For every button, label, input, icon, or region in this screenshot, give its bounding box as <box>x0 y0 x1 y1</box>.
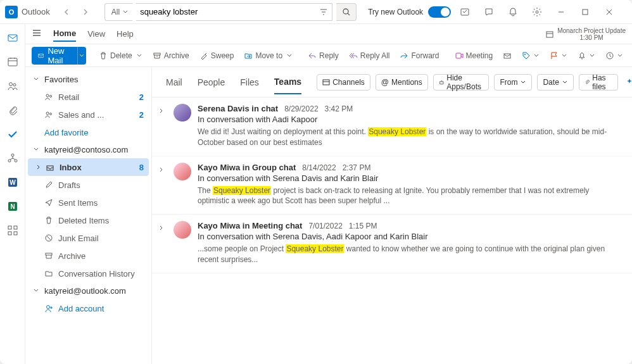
scope-people[interactable]: People <box>198 71 225 94</box>
svg-rect-21 <box>154 53 160 55</box>
folder-junk[interactable]: Junk Email <box>28 229 149 247</box>
svg-text:W: W <box>9 179 16 186</box>
filter-has-files[interactable]: Has files <box>579 74 619 91</box>
search-button[interactable] <box>336 3 357 21</box>
minimize-icon[interactable] <box>551 2 571 22</box>
rail-apps-icon[interactable] <box>4 222 22 239</box>
bell-icon[interactable] <box>503 2 523 22</box>
app-name: Outlook <box>22 7 50 16</box>
rail-calendar-icon[interactable] <box>4 53 22 71</box>
folder-conversation-history[interactable]: Conversation History <box>28 265 149 282</box>
new-mail-button[interactable]: New Mail <box>32 47 86 65</box>
folder-drafts[interactable]: Drafts <box>28 176 149 194</box>
result-preview: We did it! Just waiting on deployment at… <box>198 127 618 148</box>
filter-icon[interactable] <box>319 8 328 16</box>
snooze-icon[interactable] <box>603 49 626 62</box>
rail-todo-icon[interactable] <box>4 125 22 143</box>
try-new-toggle[interactable] <box>428 6 451 18</box>
reply-button[interactable]: Reply <box>305 49 341 62</box>
filter-hide-bots[interactable]: Hide Apps/Bots <box>433 74 490 91</box>
forward-button[interactable]: Forward <box>397 49 441 62</box>
svg-point-0 <box>343 9 348 14</box>
flag-icon[interactable] <box>547 49 570 62</box>
rail-org-icon[interactable] <box>4 149 22 167</box>
chat-icon[interactable] <box>479 2 499 22</box>
maximize-icon[interactable] <box>575 2 595 22</box>
rail-attach-icon[interactable] <box>4 101 22 119</box>
result-time: 3:42 PM <box>325 104 353 113</box>
new-mail-split-icon[interactable] <box>77 47 86 65</box>
svg-point-10 <box>15 160 17 162</box>
calendar-peek-icon[interactable] <box>546 30 553 38</box>
filter-date[interactable]: Date <box>537 74 573 91</box>
close-icon[interactable] <box>599 2 619 22</box>
account1-section[interactable]: katyreid@contoso.com <box>28 141 149 158</box>
filter-mentions[interactable]: @Mentions <box>376 74 428 91</box>
read-unread-icon[interactable] <box>500 49 514 62</box>
hamburger-icon[interactable] <box>32 28 42 40</box>
expand-icon[interactable] <box>158 104 167 148</box>
svg-point-32 <box>46 112 49 115</box>
search-scope-label: All <box>111 8 120 16</box>
delete-button[interactable]: Delete <box>96 49 145 62</box>
gear-icon[interactable] <box>527 2 547 22</box>
folder-deleted[interactable]: Deleted Items <box>28 211 149 229</box>
search-result-item[interactable]: Kayo Miwa in Group chat8/14/20222:37 PM … <box>152 156 632 215</box>
svg-rect-39 <box>439 81 443 84</box>
folder-archive[interactable]: Archive <box>28 247 149 265</box>
favorites-section[interactable]: Favorites <box>28 71 149 88</box>
folder-inbox[interactable]: Inbox8 <box>28 158 149 176</box>
expand-icon[interactable] <box>158 163 167 207</box>
result-time: 1:15 PM <box>349 222 377 230</box>
result-date: 7/01/2022 <box>308 222 342 230</box>
back-arrow-icon[interactable] <box>59 4 74 20</box>
scope-files[interactable]: Files <box>240 71 259 94</box>
search-result-item[interactable]: Kayo Miwa in Meeting chat7/01/20221:15 P… <box>152 215 632 273</box>
svg-point-8 <box>11 154 14 156</box>
tab-view[interactable]: View <box>87 27 105 41</box>
result-from: Serena Davis in chat <box>198 104 278 113</box>
folder-sales[interactable]: Sales and ...2 <box>28 106 149 123</box>
meeting-button[interactable]: Meeting <box>452 49 496 62</box>
rail-word-icon[interactable]: W <box>4 173 22 191</box>
filter-from[interactable]: From <box>494 74 532 91</box>
tab-help[interactable]: Help <box>117 27 134 41</box>
result-preview: ...some people on Project Squeaky Lobste… <box>198 244 618 265</box>
svg-text:N: N <box>10 203 15 210</box>
channels-icon <box>322 78 330 86</box>
trash-icon <box>44 216 53 225</box>
rail-mail-icon[interactable] <box>4 29 22 47</box>
scope-mail[interactable]: Mail <box>166 71 182 94</box>
account2-section[interactable]: katyreid@outlook.com <box>28 282 149 299</box>
forward-arrow-icon[interactable] <box>78 4 93 20</box>
result-subject: In conversation with Serena Davis, Aadi … <box>198 232 618 241</box>
people-icon <box>44 110 53 119</box>
tab-home[interactable]: Home <box>53 26 76 42</box>
reply-all-button[interactable]: Reply All <box>346 49 393 62</box>
expand-icon[interactable] <box>158 221 167 265</box>
move-to-button[interactable]: Move to <box>241 49 295 62</box>
svg-point-40 <box>440 82 441 83</box>
add-person-icon <box>44 304 53 313</box>
sweep-button[interactable]: Sweep <box>197 49 237 62</box>
filter-channels[interactable]: Channels <box>317 74 370 91</box>
rail-people-icon[interactable] <box>4 77 22 95</box>
scope-teams[interactable]: Teams <box>274 70 301 94</box>
add-favorite-link[interactable]: Add favorite <box>28 123 149 141</box>
result-date: 8/29/2022 <box>284 104 318 113</box>
search-box[interactable] <box>136 3 332 21</box>
whiteboard-icon[interactable] <box>455 2 475 22</box>
tag-icon[interactable] <box>519 49 542 62</box>
archive-button[interactable]: Archive <box>150 49 192 62</box>
rail-excel-icon[interactable]: N <box>4 198 22 215</box>
folder-retail[interactable]: Retail2 <box>28 88 149 106</box>
folder-sent[interactable]: Sent Items <box>28 194 149 211</box>
add-account-link[interactable]: Add account <box>28 299 149 317</box>
sparkle-icon[interactable] <box>623 74 632 91</box>
pin-icon[interactable] <box>575 49 598 62</box>
search-scope-dropdown[interactable]: All <box>104 3 132 21</box>
search-result-item[interactable]: Serena Davis in chat8/29/20223:42 PM In … <box>152 97 632 156</box>
svg-rect-3 <box>583 9 588 15</box>
search-input[interactable] <box>140 7 319 16</box>
svg-rect-15 <box>8 226 11 229</box>
